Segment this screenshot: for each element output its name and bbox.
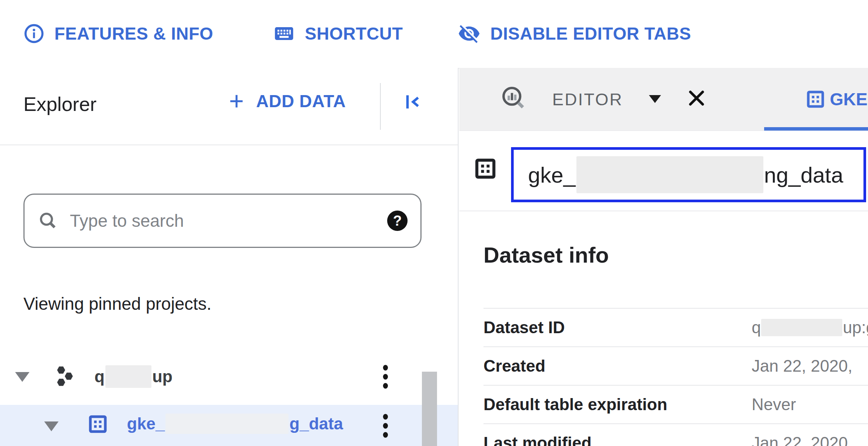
editor-tab-bar: EDITOR GKE (459, 68, 868, 131)
tree-row-project[interactable]: q up (0, 358, 458, 395)
row-value-suffix: up:gke_ (843, 318, 868, 337)
redaction-box (105, 365, 151, 388)
project-name-suffix: up (152, 367, 173, 386)
table-row-created: Created Jan 22, 2020, (483, 346, 868, 385)
row-label: Created (483, 357, 545, 375)
disable-editor-tabs-button[interactable]: DISABLE EDITOR TABS (458, 0, 691, 67)
editor-tab-label[interactable]: EDITOR (552, 90, 623, 109)
project-hexagons-icon (53, 362, 77, 390)
shortcut-label: SHORTCUT (305, 23, 403, 44)
header-divider (380, 83, 381, 130)
dataset-icon (805, 89, 826, 110)
add-data-label: ADD DATA (256, 91, 346, 111)
row-label: Dataset ID (483, 318, 565, 337)
workspace-panel: EDITOR GKE (459, 68, 868, 446)
row-value: Never (752, 395, 796, 414)
row-label: Last modified (483, 434, 592, 446)
plus-icon (226, 91, 247, 112)
redaction-box (761, 319, 842, 336)
row-value: q up:gke_ (752, 318, 868, 337)
expander-triangle-icon[interactable] (44, 421, 59, 431)
dataset-title-prefix: gke_ (528, 162, 576, 188)
dataset-info-table: Dataset ID q up:gke_ Created Jan 22, 202… (483, 308, 868, 446)
keyboard-icon (273, 23, 295, 45)
viewing-pinned-projects-note: Viewing pinned projects. (23, 294, 212, 314)
dataset-info-heading: Dataset info (483, 242, 609, 268)
explorer-panel: Explorer ADD DATA ? Viewing pinned proj (0, 68, 459, 446)
section-divider (459, 211, 868, 211)
active-tab-indicator (764, 127, 868, 131)
project-name: q up (94, 358, 173, 395)
shortcut-button[interactable]: SHORTCUT (273, 0, 403, 67)
table-row-dataset-id: Dataset ID q up:gke_ (483, 308, 868, 346)
collapse-panel-icon[interactable] (403, 91, 424, 112)
redaction-box (165, 414, 289, 434)
dataset-title-field[interactable]: gke_ ng_data (511, 147, 866, 202)
search-input[interactable] (69, 210, 387, 231)
explorer-title: Explorer (23, 93, 97, 115)
search-box: ? (23, 194, 422, 248)
redaction-box (576, 156, 763, 193)
tree-row-dataset-selected[interactable]: gke_ g_data (0, 405, 458, 446)
kebab-menu-icon[interactable] (383, 414, 388, 438)
kebab-menu-icon[interactable] (383, 365, 388, 389)
info-icon (23, 23, 45, 44)
eye-off-icon (458, 22, 480, 45)
expander-triangle-icon[interactable] (15, 372, 29, 382)
dataset-icon (473, 156, 498, 181)
top-toolbar: FEATURES & INFO SHORTCUT DISAB (0, 0, 868, 69)
dataset-title-suffix: ng_data (764, 162, 843, 188)
disable-editor-tabs-label: DISABLE EDITOR TABS (490, 23, 691, 44)
table-row-last-modified: Last modified Jan 22, 2020, (483, 423, 868, 446)
close-icon[interactable] (686, 88, 707, 109)
explorer-header: Explorer ADD DATA (0, 68, 458, 145)
search-icon (37, 210, 59, 231)
row-label: Default table expiration (483, 395, 667, 414)
dropdown-caret-icon[interactable] (649, 95, 661, 103)
tab-gke-label: GKE (830, 89, 868, 109)
table-row-default-table-expiration: Default table expiration Never (483, 385, 868, 423)
query-editor-icon[interactable] (501, 85, 526, 110)
features-info-button[interactable]: FEATURES & INFO (23, 0, 213, 67)
features-info-label: FEATURES & INFO (54, 23, 213, 44)
tab-gke-dataset[interactable]: GKE (764, 68, 868, 131)
dataset-name-suffix: g_data (289, 414, 343, 433)
add-data-button[interactable]: ADD DATA (226, 91, 346, 112)
scrollbar-thumb[interactable] (422, 372, 437, 446)
dataset-name: gke_ g_data (127, 405, 343, 443)
row-value: Jan 22, 2020, (752, 434, 853, 446)
row-value-prefix: q (752, 318, 761, 337)
help-icon[interactable]: ? (387, 211, 408, 231)
row-value: Jan 22, 2020, (752, 357, 853, 375)
dataset-icon (87, 413, 109, 435)
project-name-prefix: q (94, 367, 105, 386)
dataset-name-prefix: gke_ (127, 414, 165, 433)
